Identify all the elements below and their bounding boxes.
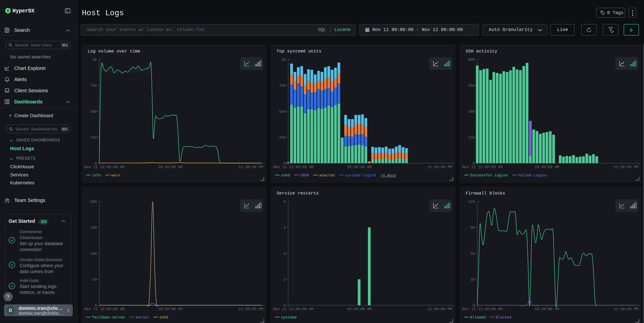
svg-text:kernel: kernel	[136, 315, 149, 319]
svg-text:Nov 11 12:00:00 AM: Nov 11 12:00:00 AM	[84, 307, 125, 311]
svg-text:Service restarts: Service restarts	[276, 191, 319, 196]
svg-text:6: 6	[284, 226, 286, 230]
svg-text:90: 90	[470, 226, 475, 230]
svg-text:11:30:00 PM: 11:30:00 PM	[428, 165, 452, 169]
svg-text:sshd: sshd	[159, 315, 168, 319]
svg-text:Blocked: Blocked	[496, 315, 511, 319]
svg-text:1K: 1K	[282, 58, 286, 62]
svg-text:250: 250	[279, 136, 286, 140]
svg-text:10:30:00 AM: 10:30:00 AM	[347, 165, 372, 169]
svg-text:Nov 11 12:00:00 AM: Nov 11 12:00:00 AM	[273, 307, 314, 311]
svg-text:500: 500	[279, 110, 286, 114]
svg-text:+4 more: +4 more	[380, 173, 396, 178]
svg-text:Successful Logins: Successful Logins	[470, 173, 508, 178]
svg-text:4: 4	[284, 252, 286, 256]
svg-text:11:30:00 PM: 11:30:00 PM	[614, 165, 638, 169]
svg-text:10:30:00 AM: 10:30:00 AM	[534, 307, 559, 311]
svg-text:Failed Logins: Failed Logins	[518, 173, 547, 178]
svg-text:info: info	[92, 173, 101, 178]
svg-text:CRON: CRON	[300, 173, 309, 178]
svg-text:Top systemd units: Top systemd units	[276, 49, 321, 54]
svg-text:Allowed: Allowed	[470, 315, 486, 319]
svg-text:200: 200	[90, 200, 97, 204]
svg-text:750: 750	[90, 84, 97, 88]
svg-text:450: 450	[468, 84, 475, 88]
svg-text:11:30:00 PM: 11:30:00 PM	[428, 307, 452, 311]
svg-text:10:30:00 AM: 10:30:00 AM	[347, 307, 372, 311]
svg-text:10:30:00 AM: 10:30:00 AM	[158, 165, 182, 169]
svg-text:100: 100	[90, 252, 97, 256]
svg-text:2: 2	[284, 278, 286, 282]
svg-text:11:30:00 PM: 11:30:00 PM	[238, 165, 263, 169]
svg-text:SSH activity: SSH activity	[466, 49, 497, 54]
svg-text:10:30:00 AM: 10:30:00 AM	[534, 165, 559, 169]
svg-text:10:30:00 AM: 10:30:00 AM	[158, 307, 182, 311]
svg-text:Nov 11 12:00:00 AM: Nov 11 12:00:00 AM	[462, 165, 502, 169]
svg-text:sshd: sshd	[281, 173, 290, 178]
svg-text:150: 150	[90, 226, 97, 230]
svg-text:50: 50	[92, 278, 97, 282]
svg-text:Firewall blocks: Firewall blocks	[466, 191, 505, 196]
svg-text:fail2ban-server: fail2ban-server	[92, 315, 126, 319]
svg-text:300: 300	[468, 110, 475, 114]
svg-text:120: 120	[468, 200, 475, 204]
svg-text:Nov 11 12:00:00 AM: Nov 11 12:00:00 AM	[462, 307, 502, 311]
svg-text:systemd-logind: systemd-logind	[345, 173, 376, 178]
svg-text:Log volume over time: Log volume over time	[88, 49, 140, 54]
svg-text:250: 250	[90, 136, 97, 140]
svg-text:1K: 1K	[92, 58, 97, 62]
svg-text:Nov 11 12:00:00 AM: Nov 11 12:00:00 AM	[273, 165, 314, 169]
svg-text:anacron: anacron	[319, 173, 335, 178]
svg-text:30: 30	[470, 278, 475, 282]
svg-text:750: 750	[279, 84, 286, 88]
svg-text:systemd: systemd	[281, 315, 296, 319]
svg-text:11:30:00 PM: 11:30:00 PM	[238, 307, 263, 311]
svg-text:8: 8	[284, 200, 286, 204]
svg-text:11:30:00 PM: 11:30:00 PM	[614, 307, 638, 311]
svg-text:150: 150	[468, 136, 475, 140]
svg-text:500: 500	[90, 110, 97, 114]
svg-text:60: 60	[470, 252, 475, 256]
svg-text:warn: warn	[111, 173, 120, 178]
svg-text:Nov 11 12:00:00 AM: Nov 11 12:00:00 AM	[84, 165, 125, 169]
svg-text:600: 600	[468, 58, 475, 62]
